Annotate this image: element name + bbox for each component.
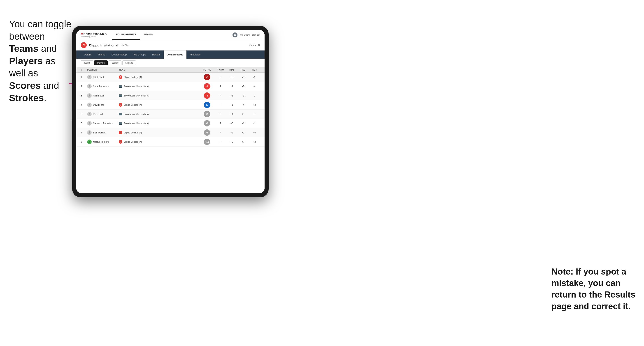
rank-cell: 6 (81, 122, 87, 125)
rd3-cell: +6 (249, 131, 260, 134)
team-logo (119, 94, 122, 97)
tab-details[interactable]: Details (81, 50, 95, 59)
score-badge: +8 (204, 129, 210, 136)
rd3-cell: +2 (249, 141, 260, 143)
tournament-title-area: C Clippd Invitational (Men) (81, 42, 128, 48)
table-row: 1 Elliot Ebert C Clippd College [A] -8 F… (76, 73, 264, 82)
tournament-gender: (Men) (122, 43, 128, 47)
tab-tee-groups[interactable]: Tee Groups (130, 50, 149, 59)
svg-point-4 (89, 94, 90, 96)
col-rd2: RD2 (238, 68, 249, 71)
tab-bar: Details Teams Course Setup Tee Groups Re… (76, 50, 264, 59)
score-badge: +11 (204, 139, 210, 145)
nav-link-teams[interactable]: TEAMS (140, 30, 156, 40)
tab-printables[interactable]: Printables (186, 50, 204, 59)
total-cell: -8 (199, 74, 215, 80)
total-cell: -2 (199, 92, 215, 99)
player-cell: Rich Butler (87, 93, 119, 98)
player-avatar (87, 93, 92, 98)
sub-tab-players[interactable]: Players (94, 60, 108, 65)
col-team: TEAM (119, 68, 199, 71)
team-cell: C Clippd College [A] (119, 131, 199, 134)
tournament-header: C Clippd Invitational (Men) Cancel ✕ (76, 40, 264, 50)
table-row: 8 Marcus Turners C Clippd College [A] +1… (76, 137, 264, 147)
player-cell: Blair McHarg (87, 130, 119, 135)
right-annotation: Note: If you spot a mistake, you can ret… (552, 266, 637, 312)
rd2-cell: +2 (238, 122, 249, 125)
sub-tabs: Teams Players Scores Strokes (76, 59, 264, 67)
logo-sub: Powered by clippd (81, 36, 107, 37)
rank-cell: 2 (81, 85, 87, 88)
rank-cell: 4 (81, 104, 87, 106)
tournament-name: Clippd Invitational (89, 43, 118, 47)
sub-tab-scores[interactable]: Scores (108, 60, 122, 65)
svg-point-9 (89, 141, 90, 142)
table-row: 7 Blair McHarg C Clippd College [A] +8 F… (76, 128, 264, 137)
team-cell: C Clippd College [A] (119, 103, 199, 107)
rd2-cell: +1 (238, 131, 249, 134)
player-avatar (87, 130, 92, 135)
player-cell: Chris Robertson (87, 84, 119, 89)
table-row: 4 David Ford C Clippd College [A] E F +1… (76, 100, 264, 110)
device-screen: C SCOREBOARD Powered by clippd TOURNAMEN… (76, 30, 264, 193)
rd2-cell: +5 (238, 85, 249, 88)
rd1-cell: +2 (226, 141, 238, 143)
table-header: # PLAYER TEAM TOTAL THRU RD1 RD2 RD3 (76, 67, 264, 73)
nav-link-tournaments[interactable]: TOURNAMENTS (112, 30, 140, 40)
rd3-cell: -4 (249, 85, 260, 88)
thru-cell: F (215, 104, 226, 106)
logo-c-icon: C (81, 32, 83, 36)
table-row: 2 Chris Robertson Scoreboard University … (76, 82, 264, 91)
thru-cell: F (215, 76, 226, 78)
col-total: TOTAL (199, 68, 215, 71)
tab-course-setup[interactable]: Course Setup (108, 50, 130, 59)
logo-area: C SCOREBOARD Powered by clippd (81, 32, 107, 37)
rd3-cell: -1 (249, 122, 260, 125)
score-badge: -2 (204, 92, 210, 99)
player-avatar (87, 121, 92, 126)
svg-point-7 (89, 122, 90, 124)
tab-teams[interactable]: Teams (95, 50, 108, 59)
score-badge: -4 (204, 83, 210, 89)
thru-cell: F (215, 131, 226, 134)
left-annotation: You can toggle between Teams and Players… (9, 18, 72, 104)
player-cell: David Ford (87, 103, 119, 107)
nav-right: Test User | Sign out (232, 32, 260, 37)
sub-tab-strokes[interactable]: Strokes (122, 60, 136, 65)
player-cell: Cameron Robertson (87, 121, 119, 126)
score-badge: +1 (204, 111, 210, 117)
col-rank: # (81, 68, 87, 71)
rd1-cell: +1 (226, 104, 238, 106)
col-player: PLAYER (87, 68, 119, 71)
svg-point-6 (89, 113, 90, 114)
table-row: 5 Rees Britt Scoreboard University [A] +… (76, 110, 264, 119)
table-row: 3 Rich Butler Scoreboard University [A] … (76, 91, 264, 100)
team-cell: Scoreboard University [A] (119, 94, 199, 97)
total-cell: +1 (199, 111, 215, 117)
team-logo (119, 122, 122, 125)
rd3-cell: -5 (249, 76, 260, 78)
player-cell: Marcus Turners (87, 140, 119, 144)
table-row: 6 Cameron Robertson Scoreboard Universit… (76, 119, 264, 128)
logo-text: SCOREBOARD (83, 32, 107, 36)
svg-point-1 (234, 34, 236, 35)
cancel-button[interactable]: Cancel ✕ (250, 44, 260, 47)
leaderboard-table: # PLAYER TEAM TOTAL THRU RD1 RD2 RD3 1 E… (76, 67, 264, 193)
tab-results[interactable]: Results (149, 50, 164, 59)
rd1-cell: -5 (226, 85, 238, 88)
player-avatar (87, 75, 92, 79)
score-badge: E (204, 102, 210, 108)
user-icon (232, 32, 238, 37)
player-avatar (87, 140, 92, 144)
rank-cell: 5 (81, 113, 87, 115)
team-cell: Scoreboard University [A] (119, 122, 199, 125)
sub-tab-teams[interactable]: Teams (81, 60, 93, 65)
rd2-cell: -6 (238, 76, 249, 78)
team-cell: Scoreboard University [A] (119, 85, 199, 88)
player-cell: Rees Britt (87, 112, 119, 116)
tab-leaderboards[interactable]: Leaderboards (164, 50, 186, 59)
col-rd1: RD1 (226, 68, 238, 71)
score-badge: +6 (204, 120, 210, 127)
sign-out-link[interactable]: Sign out (252, 34, 260, 36)
player-avatar (87, 84, 92, 89)
